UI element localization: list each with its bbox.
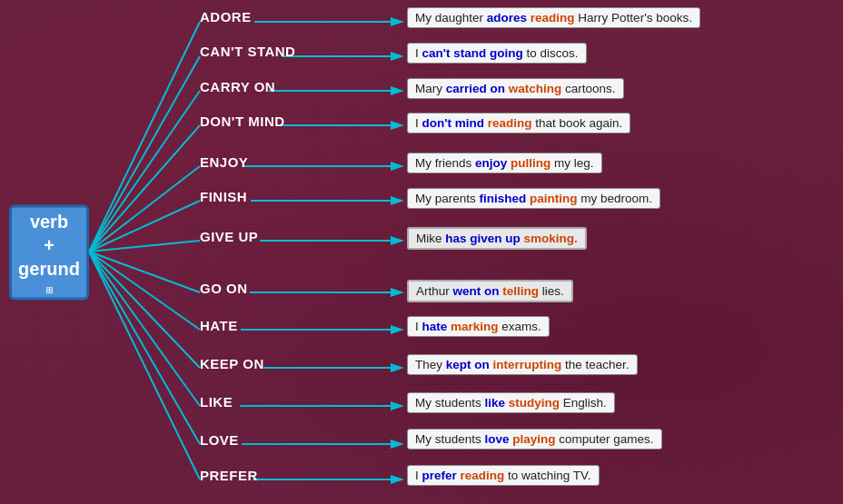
verb-item-hate: HATE	[200, 318, 238, 333]
main-container: verb + gerund ⊞	[0, 0, 843, 504]
example-keepon: They kept on interrupting the teacher.	[407, 354, 638, 375]
svg-line-6	[89, 241, 200, 252]
svg-marker-32	[391, 363, 404, 372]
verb-item-adore: ADORE	[200, 9, 252, 25]
verb-label-goon: GO ON	[200, 281, 248, 296]
svg-line-3	[89, 125, 200, 252]
svg-line-9	[89, 252, 200, 368]
svg-line-5	[89, 201, 200, 252]
svg-line-0	[89, 22, 200, 252]
svg-marker-30	[391, 325, 404, 334]
example-hate: I hate marking exams.	[407, 316, 550, 337]
verb-label: verb	[30, 209, 68, 232]
plus-label: +	[44, 232, 55, 256]
svg-line-11	[89, 252, 200, 444]
verb-item-giveup: GIVE UP	[200, 229, 258, 244]
example-carryon: Mary carried on watching cartoons.	[407, 78, 624, 99]
svg-marker-16	[391, 52, 404, 61]
verb-label-dontmind: DON'T MIND	[200, 114, 285, 129]
svg-line-7	[89, 252, 200, 292]
verb-item-enjoy: ENJOY	[200, 154, 248, 170]
svg-line-4	[89, 166, 200, 252]
verb-label-love: LOVE	[200, 432, 239, 448]
example-finish: My parents finished painting my bedroom.	[407, 188, 660, 209]
example-prefer: I prefer reading to watching TV.	[407, 465, 600, 486]
svg-marker-34	[391, 401, 404, 410]
example-enjoy: My friends enjoy pulling my leg.	[407, 153, 602, 173]
svg-marker-24	[391, 196, 404, 205]
svg-marker-14	[391, 17, 404, 26]
verb-label-keepon: KEEP ON	[200, 356, 264, 371]
example-dontmind: I don't mind reading that book again.	[407, 113, 630, 133]
verb-item-like: LIKE	[200, 394, 233, 410]
svg-line-8	[89, 252, 200, 330]
verb-label-like: LIKE	[200, 394, 233, 410]
example-goon: Arthur went on telling lies.	[407, 280, 573, 302]
verb-label-cantstand: CAN'T STAND	[200, 44, 295, 59]
verb-label-carryon: CARRY ON	[200, 79, 275, 94]
verb-item-finish: FINISH	[200, 189, 247, 204]
box-icon: ⊞	[45, 283, 53, 295]
verb-item-carryon: CARRY ON	[200, 79, 275, 94]
svg-marker-38	[391, 475, 404, 484]
svg-line-10	[89, 252, 200, 406]
svg-line-2	[89, 91, 200, 252]
gerund-label: gerund	[18, 256, 80, 280]
svg-marker-18	[391, 86, 404, 95]
verb-label-enjoy: ENJOY	[200, 154, 248, 170]
verb-item-cantstand: CAN'T STAND	[200, 44, 295, 59]
svg-marker-36	[391, 440, 404, 449]
verb-item-dontmind: DON'T MIND	[200, 114, 285, 129]
verb-item-prefer: PREFER	[200, 468, 258, 483]
verb-label-adore: ADORE	[200, 9, 252, 25]
example-adore: My daughter adores reading Harry Potter'…	[407, 7, 700, 28]
verb-label-finish: FINISH	[200, 189, 247, 204]
svg-line-1	[89, 56, 200, 252]
svg-marker-28	[391, 288, 404, 297]
svg-marker-26	[391, 236, 404, 245]
example-cantstand: I can't stand going to discos.	[407, 43, 587, 64]
verb-label-prefer: PREFER	[200, 468, 258, 483]
svg-line-12	[89, 252, 200, 479]
verb-label-giveup: GIVE UP	[200, 229, 258, 244]
verb-gerund-box: verb + gerund ⊞	[9, 204, 89, 300]
verb-item-keepon: KEEP ON	[200, 356, 264, 371]
example-love: My students love playing computer games.	[407, 429, 662, 450]
svg-marker-22	[391, 162, 404, 171]
svg-marker-20	[391, 121, 404, 130]
verb-item-goon: GO ON	[200, 281, 248, 296]
verb-label-hate: HATE	[200, 318, 238, 333]
example-like: My students like studying English.	[407, 392, 615, 413]
verb-item-love: LOVE	[200, 432, 239, 448]
example-giveup: Mike has given up smoking.	[407, 227, 587, 250]
